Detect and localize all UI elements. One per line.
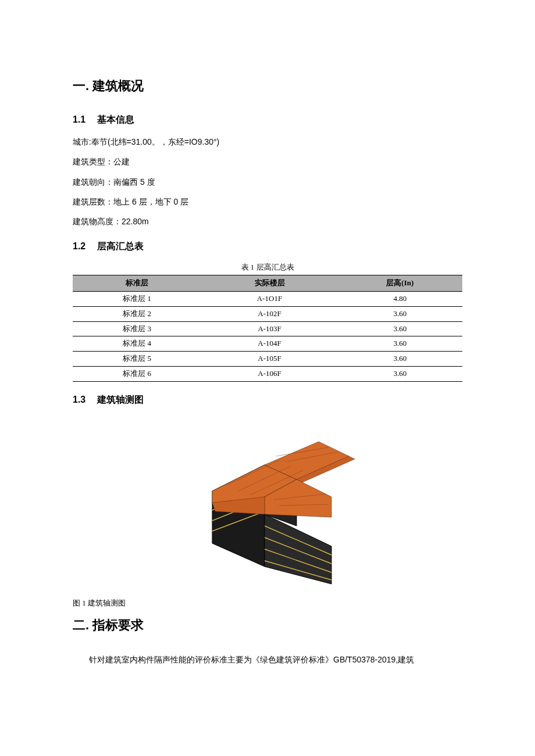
info-orientation: 建筑朝向：南偏西 5 度 xyxy=(73,175,462,188)
subsection-title: 基本信息 xyxy=(97,114,134,124)
table-row: 标准层 4 A-104F 3.60 xyxy=(73,336,462,352)
table-header: 层高(In) xyxy=(338,275,462,292)
section-1-heading: 一. 建筑概况 xyxy=(73,76,462,96)
info-floors: 建筑层数：地上 6 层，地下 0 层 xyxy=(73,195,462,208)
table-row: 标准层 6 A-106F 3.60 xyxy=(73,366,462,381)
table-caption: 表 1 层高汇总表 xyxy=(73,261,462,274)
subsection-num: 1.1 xyxy=(73,112,95,127)
floor-height-table: 标准层 实际楼层 层高(In) 标准层 1 A-1O1F 4.80 标准层 2 … xyxy=(73,275,462,382)
subsection-title: 建筑轴测图 xyxy=(97,395,144,404)
info-height: 建筑物高度：22.80m xyxy=(73,215,462,228)
subsection-num: 1.2 xyxy=(73,239,95,254)
subsection-1-2-heading: 1.2 层高汇总表 xyxy=(73,239,462,254)
body-paragraph: 针对建筑室内构件隔声性能的评价标准主要为《绿色建筑评价标准》GB/T50378-… xyxy=(73,652,462,668)
info-city: 城市:奉节(北纬=31.00。，东经=IO9.30°) xyxy=(73,135,462,148)
table-row: 标准层 2 A-102F 3.60 xyxy=(73,306,462,321)
subsection-title: 层高汇总表 xyxy=(97,241,144,251)
table-row: 标准层 1 A-1O1F 4.80 xyxy=(73,291,462,306)
subsection-1-1-heading: 1.1 基本信息 xyxy=(73,112,462,127)
table-header: 标准层 xyxy=(73,275,201,292)
building-axonometric-icon xyxy=(180,424,355,587)
subsection-1-3-heading: 1.3 建筑轴测图 xyxy=(73,392,462,407)
table-row: 标准层 3 A-103F 3.60 xyxy=(73,321,462,336)
figure-wrap xyxy=(73,424,462,591)
subsection-num: 1.3 xyxy=(73,392,95,407)
table-row: 标准层 5 A-105F 3.60 xyxy=(73,352,462,367)
section-2-heading: 二. 指标要求 xyxy=(73,615,462,635)
table-header: 实际楼层 xyxy=(201,275,337,292)
figure-caption: 图 1 建筑轴测图 xyxy=(73,597,462,610)
info-type: 建筑类型：公建 xyxy=(73,155,462,168)
svg-marker-1 xyxy=(265,514,331,584)
